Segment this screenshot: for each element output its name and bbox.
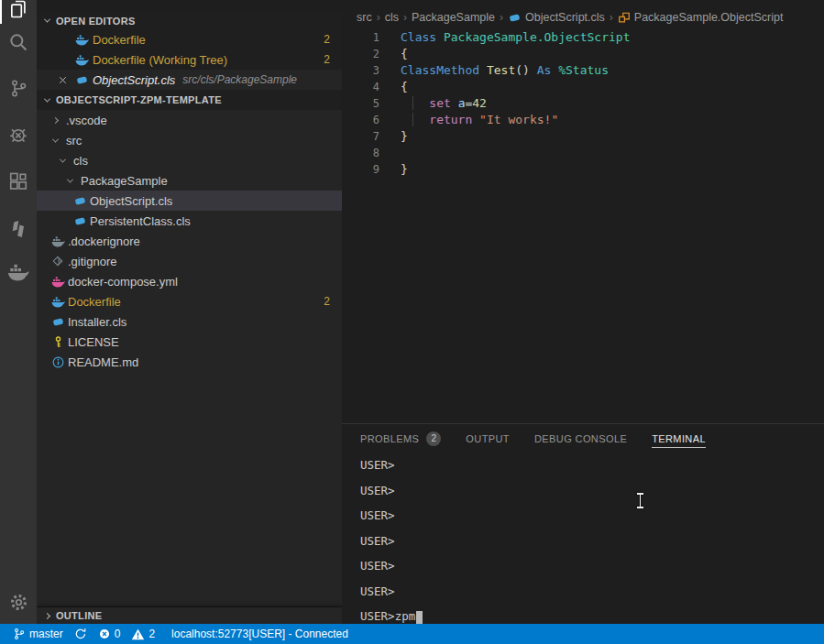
workspace-section-header[interactable]: OBJECTSCRIPT-ZPM-TEMPLATE xyxy=(37,90,342,110)
tree-item-src[interactable]: src xyxy=(37,130,342,150)
breadcrumb-separator: › xyxy=(376,11,381,24)
chevron-down-icon xyxy=(60,156,66,162)
open-editors-list: Dockerfile2 Dockerfile (Working Tree)2Ob… xyxy=(37,29,342,90)
editor-group: src›cls›PackageSample›ObjectScript.cls›P… xyxy=(342,0,824,624)
whale-blue-icon xyxy=(75,33,89,47)
outline-section-header[interactable]: OUTLINE xyxy=(37,606,342,624)
terminal[interactable]: USER>USER>USER>USER>USER>USER>USER>zpm xyxy=(342,453,824,624)
git-branch-status[interactable]: master xyxy=(7,624,69,644)
mouse-cursor xyxy=(636,493,644,508)
panel-tab-terminal[interactable]: TERMINAL xyxy=(652,424,706,453)
activity-settings-button[interactable] xyxy=(0,584,37,620)
file-tree: .vscodesrcclsPackageSampleObjectScript.c… xyxy=(37,110,342,372)
symbol-class-icon xyxy=(618,11,631,24)
code-line-3[interactable]: 3ClassMethod Test() As %Status xyxy=(342,62,824,79)
objectscript-icon xyxy=(8,219,28,239)
code-line-9[interactable]: 9} xyxy=(342,161,824,178)
breadcrumb-src[interactable]: src xyxy=(357,11,372,24)
line-number: 6 xyxy=(342,112,379,128)
tree-item-installer-cls[interactable]: Installer.cls xyxy=(37,311,342,332)
sidebar-top-strip xyxy=(37,0,342,12)
activity-run-debug-button[interactable] xyxy=(0,116,37,153)
whale-gray-icon xyxy=(51,235,68,248)
breadcrumb-packagesample-objectscript[interactable]: PackageSample.ObjectScript xyxy=(618,11,784,24)
code-line-8[interactable]: 8 xyxy=(342,145,824,161)
chevron-down-icon xyxy=(67,176,73,182)
terminal-prompt-line: USER> xyxy=(360,579,824,605)
chevron-down-icon xyxy=(44,16,50,23)
cls-icon xyxy=(75,73,89,87)
tree-item-docker-compose-yml[interactable]: docker-compose.yml xyxy=(37,271,342,291)
tree-item-vscode[interactable]: .vscode xyxy=(37,110,342,130)
chevron-right-icon xyxy=(52,116,59,123)
breadcrumb-cls[interactable]: cls xyxy=(385,11,399,24)
whale-pink-icon xyxy=(51,275,68,289)
open-editors-header[interactable]: OPEN EDITORS xyxy=(37,12,342,29)
explorer-icon xyxy=(8,0,28,19)
activity-objectscript-button[interactable] xyxy=(0,211,37,247)
code-line-4[interactable]: 4{ xyxy=(342,79,824,95)
tree-item-readme-md[interactable]: README.md xyxy=(37,352,342,372)
breadcrumb-separator: › xyxy=(402,11,408,24)
source-control-icon xyxy=(9,79,28,98)
terminal-prompt-line: USER> xyxy=(360,529,824,554)
code-editor[interactable]: src›cls›PackageSample›ObjectScript.cls›P… xyxy=(342,0,824,423)
panel-tab-problems[interactable]: PROBLEMS2 xyxy=(360,424,441,453)
activity-source-control-button[interactable] xyxy=(0,70,37,106)
tree-item-packagesample[interactable]: PackageSample xyxy=(37,170,342,191)
cls-icon xyxy=(73,194,90,208)
tree-item-cls[interactable]: cls xyxy=(37,150,342,170)
line-number: 2 xyxy=(342,46,379,62)
tree-item-dockerignore[interactable]: .dockerignore xyxy=(37,231,342,251)
open-editor-objectscript-cls[interactable]: ObjectScript.clssrc/cls/PackageSample xyxy=(37,70,342,90)
terminal-prompt-line: USER> xyxy=(360,478,824,504)
code-line-6[interactable]: 6 return "It works!" xyxy=(342,112,824,128)
activity-search-button[interactable] xyxy=(0,24,37,60)
code-line-5[interactable]: 5 set a=42 xyxy=(342,95,824,112)
panel-tab-output[interactable]: OUTPUT xyxy=(466,424,510,453)
problems-status[interactable]: 0 2 xyxy=(93,624,160,644)
tree-item-dockerfile[interactable]: Dockerfile2 xyxy=(37,291,342,311)
tree-item-gitignore[interactable]: .gitignore xyxy=(37,251,342,271)
breadcrumb-separator: › xyxy=(609,11,614,24)
code-line-1[interactable]: 1Class PackageSample.ObjectScript xyxy=(342,29,824,46)
line-number: 5 xyxy=(342,95,379,112)
activity-docker-button[interactable] xyxy=(0,254,37,290)
chevron-right-icon xyxy=(44,612,50,618)
code-line-2[interactable]: 2{ xyxy=(342,46,824,62)
panel-tab-bar: PROBLEMS2OUTPUTDEBUG CONSOLETERMINAL xyxy=(342,424,824,453)
explorer-sidebar: OPEN EDITORS Dockerfile2 Dockerfile (Wor… xyxy=(37,0,342,624)
line-number: 9 xyxy=(342,161,379,178)
cls-icon xyxy=(51,315,68,329)
tree-item-persistentclass-cls[interactable]: PersistentClass.cls xyxy=(37,211,342,231)
status-bar: master 0 2 localhost:52773[USER] - Conne… xyxy=(0,624,824,644)
open-editor-dockerfile[interactable]: Dockerfile2 xyxy=(37,29,342,49)
terminal-input-line[interactable]: USER>zpm xyxy=(360,604,824,624)
tree-item-objectscript-cls[interactable]: ObjectScript.cls xyxy=(37,191,342,211)
breadcrumb-packagesample[interactable]: PackageSample xyxy=(412,11,495,24)
settings-icon xyxy=(9,593,28,612)
sync-status[interactable] xyxy=(69,624,93,644)
line-number: 7 xyxy=(342,128,379,145)
tree-item-license[interactable]: LICENSE xyxy=(37,332,342,352)
open-editor-dockerfile-working-tree[interactable]: Dockerfile (Working Tree)2 xyxy=(37,49,342,70)
activity-bar xyxy=(0,0,37,624)
breadcrumb-objectscript-cls[interactable]: ObjectScript.cls xyxy=(508,11,605,25)
cls-icon xyxy=(508,11,522,25)
line-number: 4 xyxy=(342,79,379,95)
breadcrumb: src›cls›PackageSample›ObjectScript.cls›P… xyxy=(342,7,824,27)
panel-tab-debug-console[interactable]: DEBUG CONSOLE xyxy=(534,424,627,453)
git-branch-icon xyxy=(13,628,26,640)
close-icon[interactable] xyxy=(57,74,70,86)
problems-badge: 2 xyxy=(324,33,330,46)
problems-badge: 2 xyxy=(324,53,330,66)
terminal-prompt-line: USER> xyxy=(360,553,824,579)
info-icon xyxy=(51,355,68,369)
server-connection-status[interactable]: localhost:52773[USER] - Connected xyxy=(166,624,354,644)
code-lines[interactable]: 1Class PackageSample.ObjectScript2{3Clas… xyxy=(342,29,824,178)
whale-blue-icon xyxy=(51,295,68,309)
terminal-prompt-line: USER> xyxy=(360,503,824,529)
code-line-7[interactable]: 7} xyxy=(342,128,824,145)
search-icon xyxy=(8,32,28,52)
activity-extensions-button[interactable] xyxy=(0,163,37,200)
